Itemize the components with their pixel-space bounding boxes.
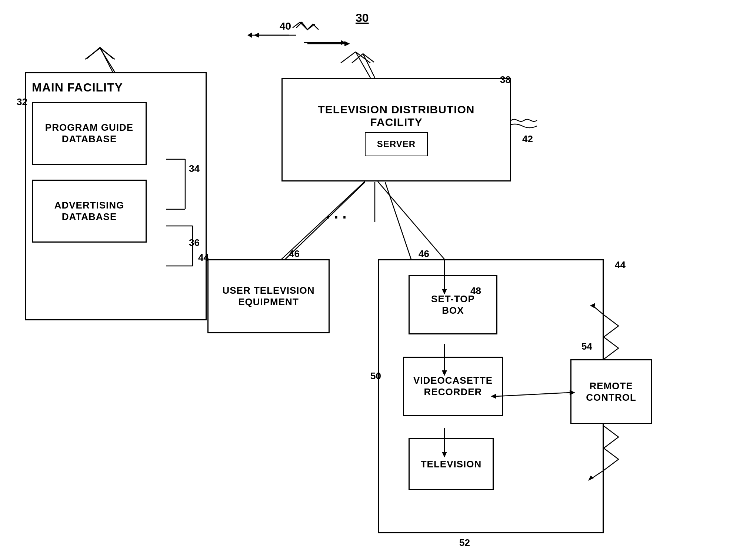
- svg-line-5: [356, 52, 370, 63]
- ref46-left-label: 46: [289, 248, 300, 260]
- remote-control-label: REMOTECONTROL: [586, 380, 636, 403]
- ref30-label: 30: [356, 11, 369, 25]
- svg-line-41: [285, 182, 365, 259]
- svg-line-44: [363, 54, 375, 78]
- advertising-box: ADVERTISINGDATABASE: [32, 180, 147, 243]
- advertising-label: ADVERTISINGDATABASE: [54, 200, 124, 223]
- television-box: TELEVISION: [409, 438, 494, 490]
- server-label: SERVER: [377, 139, 416, 149]
- vcr-box: VIDEOCASETTERECORDER: [403, 357, 503, 416]
- ref40-label: 40: [280, 20, 291, 32]
- svg-line-48: [87, 47, 100, 59]
- svg-line-4: [341, 52, 356, 63]
- ref32-label: 32: [17, 96, 27, 108]
- svg-line-45: [352, 54, 363, 63]
- svg-line-42: [385, 182, 411, 259]
- svg-marker-7: [247, 33, 252, 38]
- svg-marker-53: [344, 41, 350, 46]
- ref44-left-label: 44: [198, 252, 209, 263]
- ref36-label: 36: [189, 237, 200, 249]
- svg-marker-51: [254, 33, 259, 38]
- svg-line-10: [281, 181, 365, 259]
- ref48-label: 48: [470, 285, 481, 297]
- ref54-label: 54: [581, 341, 592, 352]
- user-tv-right-box: SET-TOPBOX VIDEOCASETTERECORDER TELEVISI…: [378, 259, 604, 533]
- set-top-label: SET-TOPBOX: [431, 293, 475, 316]
- main-facility-box: MAIN FACILITY PROGRAM GUIDEDATABASE ADVE…: [25, 72, 207, 320]
- program-guide-box: PROGRAM GUIDEDATABASE: [32, 102, 147, 165]
- ref34-label: 34: [189, 163, 200, 174]
- ref38-label: 38: [500, 74, 511, 86]
- diagram-container: . . . 30 40: [0, 0, 730, 560]
- television-label: TELEVISION: [421, 459, 482, 470]
- remote-control-box: REMOTECONTROL: [570, 359, 652, 424]
- svg-line-49: [100, 47, 113, 59]
- svg-line-1: [85, 48, 100, 59]
- user-tv-left-label: USER TELEVISIONEQUIPMENT: [222, 285, 314, 308]
- main-facility-label: MAIN FACILITY: [32, 81, 123, 94]
- svg-marker-9: [341, 40, 345, 45]
- ref52-label: 52: [459, 537, 470, 549]
- user-tv-left-box: USER TELEVISIONEQUIPMENT: [207, 259, 330, 333]
- svg-line-0: [100, 48, 115, 72]
- server-box: SERVER: [365, 132, 428, 156]
- ref50-label: 50: [370, 370, 381, 382]
- ref46-right-label: 46: [419, 248, 429, 260]
- svg-line-3: [356, 52, 370, 78]
- ref42-label: 42: [522, 133, 533, 145]
- svg-text:. . .: . . .: [326, 205, 347, 221]
- ref44-right-label: 44: [615, 259, 626, 271]
- tv-distribution-label: TELEVISION DISTRIBUTIONFACILITY: [318, 103, 474, 129]
- program-guide-label: PROGRAM GUIDEDATABASE: [45, 122, 133, 145]
- vcr-label: VIDEOCASETTERECORDER: [413, 375, 493, 398]
- svg-line-11: [378, 181, 444, 259]
- svg-line-46: [363, 54, 374, 62]
- svg-line-47: [100, 47, 113, 73]
- svg-line-2: [100, 48, 115, 59]
- tv-distribution-box: TELEVISION DISTRIBUTIONFACILITY SERVER: [281, 78, 511, 181]
- set-top-box: SET-TOPBOX: [409, 275, 497, 334]
